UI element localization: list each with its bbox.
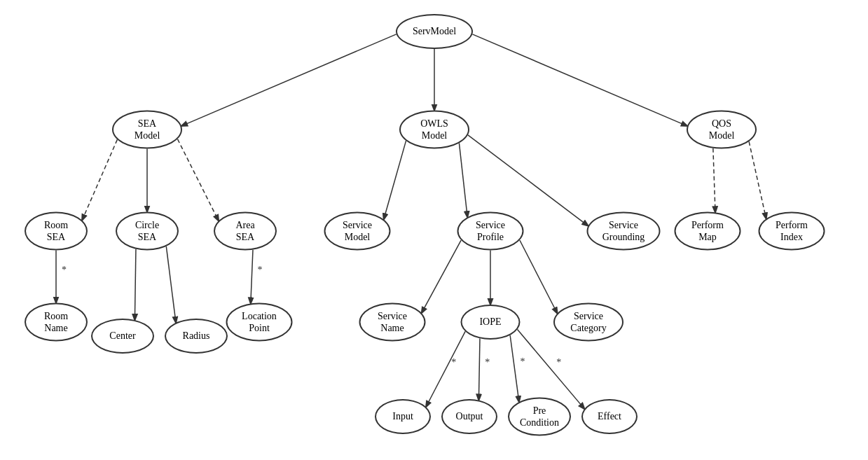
svg-line-0	[181, 34, 397, 126]
svg-line-17	[422, 240, 461, 313]
node-precondition: Pre Condition	[508, 398, 571, 436]
svg-line-7	[459, 143, 467, 217]
svg-text:*: *	[257, 265, 262, 275]
svg-line-26	[518, 330, 585, 409]
svg-line-15	[251, 250, 253, 304]
node-center: Center	[91, 319, 154, 354]
node-radius: Radius	[165, 319, 228, 354]
node-servicecategory: Service Category	[553, 303, 624, 342]
node-output: Output	[441, 399, 497, 434]
node-performmap: Perform Map	[675, 212, 741, 251]
svg-text:*: *	[451, 357, 456, 368]
svg-line-10	[749, 141, 766, 218]
node-servicemodel: Service Model	[324, 212, 391, 251]
node-servicegrounding: Service Grounding	[587, 212, 661, 251]
svg-line-9	[713, 148, 715, 213]
node-roomname: Room Name	[25, 303, 88, 342]
svg-line-13	[135, 249, 136, 320]
node-qosmodel: QOS Model	[687, 111, 757, 149]
node-servicename: Service Name	[359, 303, 426, 342]
svg-line-3	[82, 139, 117, 220]
svg-line-20	[426, 331, 465, 407]
svg-line-6	[384, 141, 406, 219]
node-seamodel: SEA Model	[112, 111, 182, 149]
node-circlesea: Circle SEA	[116, 212, 179, 251]
node-roomsea: Room SEA	[25, 212, 88, 251]
node-effect: Effect	[581, 399, 638, 434]
svg-text:*: *	[62, 265, 67, 275]
svg-line-2	[472, 34, 687, 126]
node-servmodel: ServModel	[396, 14, 473, 49]
svg-line-24	[510, 335, 519, 402]
node-owlsmodel: OWLS Model	[399, 111, 469, 149]
svg-line-14	[166, 246, 176, 323]
node-serviceprofile: Service Profile	[457, 212, 524, 251]
svg-line-5	[177, 139, 219, 221]
node-locationpoint: Location Point	[226, 303, 293, 342]
svg-text:*: *	[485, 357, 490, 368]
svg-text:*: *	[556, 357, 561, 368]
svg-line-22	[478, 338, 480, 400]
node-input: Input	[375, 399, 431, 434]
node-areasea: Area SEA	[214, 212, 277, 251]
svg-text:*: *	[520, 356, 525, 367]
svg-line-19	[520, 240, 558, 313]
diagram: ****** ServModelSEA ModelOWLS ModelQOS M…	[0, 0, 868, 460]
node-iope: IOPE	[461, 305, 521, 340]
node-performindex: Perform Index	[759, 212, 825, 251]
